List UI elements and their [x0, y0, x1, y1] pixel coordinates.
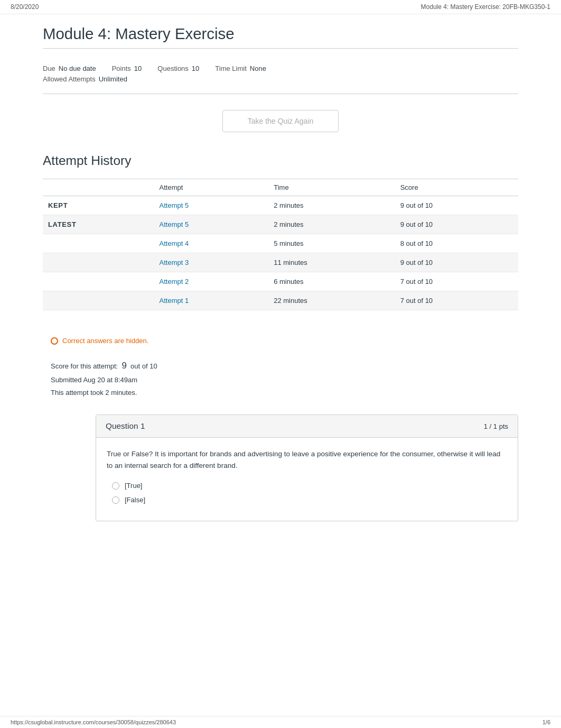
row-score: 9 out of 10 [395, 253, 518, 272]
allowed-attempts-label: Allowed Attempts [43, 75, 96, 83]
table-row: Attempt 2 6 minutes 7 out of 10 [43, 272, 518, 291]
col-score: Score [395, 179, 518, 196]
question-1-body: True or False? It is important for brand… [96, 438, 518, 476]
due-item: Due No due date [43, 64, 96, 72]
row-score: 7 out of 10 [395, 272, 518, 291]
points-label: Points [112, 64, 131, 72]
question-1-title: Question 1 [106, 421, 145, 431]
row-time: 2 minutes [268, 196, 395, 215]
option-label-1: [True] [125, 482, 142, 490]
meta-info: Due No due date Points 10 Questions 10 T… [43, 59, 518, 94]
option-label-2: [False] [125, 496, 145, 504]
notice-text: Correct answers are hidden. [62, 337, 148, 345]
row-score: 8 out of 10 [395, 234, 518, 253]
top-bar-date: 8/20/2020 [11, 3, 39, 11]
attempt-summary: Score for this attempt: 9 out of 10 Subm… [43, 358, 518, 399]
row-tag: LATEST [43, 215, 154, 234]
score-num: 9 [121, 361, 126, 371]
score-total: out of 10 [130, 362, 157, 370]
row-attempt[interactable]: Attempt 4 [154, 234, 269, 253]
top-bar: 8/20/2020 Module 4: Mastery Exercise: 20… [0, 0, 561, 14]
points-value: 10 [134, 64, 142, 72]
time-limit-label: Time Limit [215, 64, 246, 72]
submitted-line: Submitted Aug 20 at 8:49am [51, 374, 510, 386]
row-attempt[interactable]: Attempt 5 [154, 215, 269, 234]
questions-item: Questions 10 [157, 64, 199, 72]
option-radio-1[interactable] [112, 482, 119, 490]
attempt-history-table: Attempt Time Score KEPT Attempt 5 2 minu… [43, 179, 518, 310]
score-label: Score for this attempt: [51, 362, 118, 370]
page-title: Module 4: Mastery Exercise [43, 25, 518, 49]
due-value: No due date [59, 64, 96, 72]
row-time: 11 minutes [268, 253, 395, 272]
option-row: [False] [112, 496, 507, 504]
take-quiz-button[interactable]: Take the Quiz Again [222, 110, 339, 132]
question-1-options: [True] [False] [96, 476, 518, 521]
row-time: 5 minutes [268, 234, 395, 253]
score-line: Score for this attempt: 9 out of 10 [51, 358, 510, 374]
due-label: Due [43, 64, 55, 72]
question-1-pts: 1 / 1 pts [484, 422, 508, 430]
allowed-attempts-item: Allowed Attempts Unlimited [43, 75, 127, 83]
row-score: 7 out of 10 [395, 291, 518, 310]
row-time: 2 minutes [268, 215, 395, 234]
row-tag [43, 253, 154, 272]
questions-value: 10 [192, 64, 199, 72]
question-1-header: Question 1 1 / 1 pts [96, 415, 518, 438]
col-attempt: Attempt [154, 179, 269, 196]
row-attempt[interactable]: Attempt 1 [154, 291, 269, 310]
points-item: Points 10 [112, 64, 142, 72]
question-1-block: Question 1 1 / 1 pts True or False? It i… [96, 414, 518, 521]
row-time: 6 minutes [268, 272, 395, 291]
row-score: 9 out of 10 [395, 215, 518, 234]
top-bar-title: Module 4: Mastery Exercise: 20FB-MKG350-… [421, 3, 550, 11]
duration-line: This attempt took 2 minutes. [51, 386, 510, 399]
row-tag [43, 272, 154, 291]
table-row: KEPT Attempt 5 2 minutes 9 out of 10 [43, 196, 518, 215]
attempt-history-title: Attempt History [43, 153, 518, 168]
questions-label: Questions [157, 64, 189, 72]
table-row: Attempt 3 11 minutes 9 out of 10 [43, 253, 518, 272]
row-attempt[interactable]: Attempt 5 [154, 196, 269, 215]
allowed-attempts-value: Unlimited [99, 75, 127, 83]
table-row: LATEST Attempt 5 2 minutes 9 out of 10 [43, 215, 518, 234]
row-score: 9 out of 10 [395, 196, 518, 215]
col-time: Time [268, 179, 395, 196]
notice-icon [51, 337, 58, 345]
row-tag [43, 291, 154, 310]
time-limit-value: None [250, 64, 266, 72]
option-radio-2[interactable] [112, 496, 119, 504]
col-tag [43, 179, 154, 196]
row-attempt[interactable]: Attempt 3 [154, 253, 269, 272]
notice-box: Correct answers are hidden. [43, 331, 518, 350]
row-attempt[interactable]: Attempt 2 [154, 272, 269, 291]
table-row: Attempt 4 5 minutes 8 out of 10 [43, 234, 518, 253]
row-tag [43, 234, 154, 253]
row-tag: KEPT [43, 196, 154, 215]
time-limit-item: Time Limit None [215, 64, 266, 72]
table-row: Attempt 1 22 minutes 7 out of 10 [43, 291, 518, 310]
option-row: [True] [112, 482, 507, 490]
row-time: 22 minutes [268, 291, 395, 310]
